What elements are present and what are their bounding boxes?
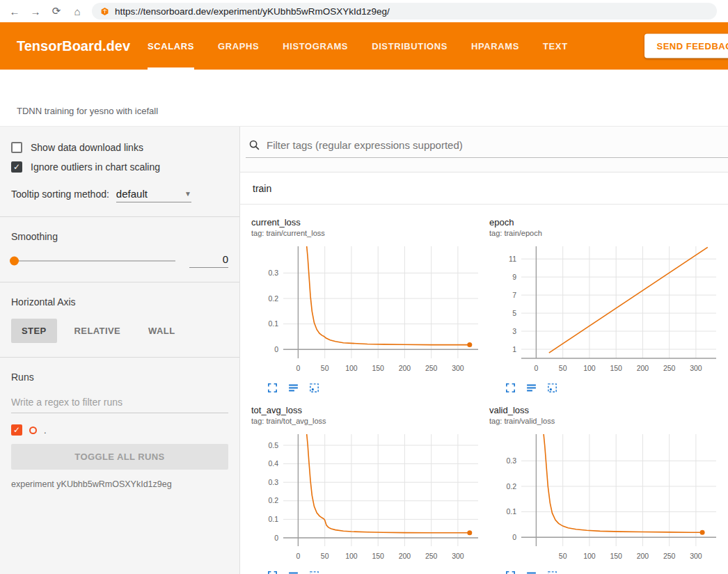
fit-domain-icon[interactable] xyxy=(308,382,320,394)
fit-domain-icon[interactable] xyxy=(546,570,558,574)
wall-axis-button[interactable]: WALL xyxy=(138,319,185,343)
svg-text:0: 0 xyxy=(296,364,300,372)
app-header: TensorBoard.dev SCALARSGRAPHSHISTOGRAMSD… xyxy=(0,22,728,70)
toggle-all-runs-button[interactable]: TOGGLE ALL RUNS xyxy=(11,444,228,470)
svg-text:0.1: 0.1 xyxy=(268,515,278,523)
section-label: train xyxy=(253,183,271,194)
svg-text:50: 50 xyxy=(321,364,329,372)
svg-text:250: 250 xyxy=(663,552,676,560)
svg-text:150: 150 xyxy=(372,364,384,372)
runs-filter-input[interactable] xyxy=(11,394,228,413)
app-brand: TensorBoard.dev xyxy=(17,38,141,54)
data-table-icon[interactable] xyxy=(525,570,537,574)
tooltip-sorting-value: default xyxy=(116,188,148,200)
tab-hparams[interactable]: HPARAMS xyxy=(471,22,519,70)
tab-scalars[interactable]: SCALARS xyxy=(148,22,194,70)
svg-text:1: 1 xyxy=(512,345,516,353)
expand-chart-icon[interactable] xyxy=(267,570,278,574)
expand-chart-icon[interactable] xyxy=(505,570,516,574)
train-section-header[interactable]: train xyxy=(240,173,728,205)
chart-title: tot_avg_loss xyxy=(251,405,489,415)
svg-text:100: 100 xyxy=(583,364,596,372)
chart-toolbar xyxy=(489,570,727,574)
run-checkbox-checked-icon[interactable]: ✓ xyxy=(11,424,22,436)
checkbox-label: Show data download links xyxy=(31,142,143,153)
chart-epoch: epochtag: train/epoch1357911050100150200… xyxy=(489,217,727,394)
chart-title: epoch xyxy=(489,217,727,228)
experiment-title-bar: TDNN training for yesno with icefall xyxy=(0,70,728,127)
svg-text:150: 150 xyxy=(610,552,622,560)
svg-text:3: 3 xyxy=(512,327,516,335)
svg-text:50: 50 xyxy=(321,552,329,560)
tooltip-sorting-dropdown[interactable]: default ▼ xyxy=(116,188,191,202)
svg-text:0.2: 0.2 xyxy=(506,482,516,491)
svg-text:0: 0 xyxy=(274,345,278,353)
expand-chart-icon[interactable] xyxy=(505,382,516,394)
tab-graphs[interactable]: GRAPHS xyxy=(218,22,259,70)
url-text: https://tensorboard.dev/experiment/yKUbh… xyxy=(115,6,390,17)
line-chart[interactable]: 1357911050100150200250300 xyxy=(489,243,722,376)
relative-axis-button[interactable]: RELATIVE xyxy=(64,319,132,343)
svg-text:0.3: 0.3 xyxy=(268,478,278,486)
nav-tabs: SCALARSGRAPHSHISTOGRAMSDISTRIBUTIONSHPAR… xyxy=(148,22,568,70)
line-chart[interactable]: 00.10.20.30.40.5050100150200250300 xyxy=(251,431,484,564)
smoothing-slider[interactable] xyxy=(11,260,175,262)
chart-current_loss: current_losstag: train/current_loss00.10… xyxy=(251,217,489,394)
data-table-icon[interactable] xyxy=(525,382,537,394)
line-chart[interactable]: 00.10.20.350100150200250300 xyxy=(489,431,722,564)
smoothing-label: Smoothing xyxy=(11,231,228,242)
svg-text:0.2: 0.2 xyxy=(268,294,278,303)
svg-text:200: 200 xyxy=(399,364,411,372)
data-table-icon[interactable] xyxy=(287,570,299,574)
svg-text:100: 100 xyxy=(583,552,596,560)
step-axis-button[interactable]: STEP xyxy=(11,319,57,343)
svg-text:0.4: 0.4 xyxy=(268,459,278,468)
svg-text:0: 0 xyxy=(296,552,300,560)
filter-tags-input[interactable] xyxy=(267,139,725,151)
svg-text:0: 0 xyxy=(534,364,538,372)
back-icon[interactable]: ← xyxy=(8,6,21,17)
chart-tot_avg_loss: tot_avg_losstag: train/tot_avg_loss00.10… xyxy=(251,405,489,574)
svg-text:5: 5 xyxy=(512,309,516,317)
show-download-links-checkbox[interactable]: Show data download links xyxy=(11,142,228,153)
tab-text[interactable]: TEXT xyxy=(543,22,568,70)
svg-text:0.1: 0.1 xyxy=(506,507,516,516)
slider-thumb[interactable] xyxy=(10,256,19,265)
experiment-id-note: experiment yKUbhb5wRmOSXYkId1z9eg xyxy=(11,479,228,489)
smoothing-value[interactable]: 0 xyxy=(189,253,228,268)
expand-chart-icon[interactable] xyxy=(267,382,278,394)
svg-text:300: 300 xyxy=(452,364,464,372)
tab-histograms[interactable]: HISTOGRAMS xyxy=(283,22,348,70)
svg-text:250: 250 xyxy=(425,364,438,372)
settings-sidebar: Show data download links ✓ Ignore outlie… xyxy=(0,127,240,574)
svg-text:0: 0 xyxy=(274,534,278,542)
browser-chrome: ← → ⟳ ⌂ https://tensorboard.dev/experime… xyxy=(0,0,728,22)
address-bar[interactable]: https://tensorboard.dev/experiment/yKUbh… xyxy=(92,3,717,19)
line-chart[interactable]: 00.10.20.3050100150200250300 xyxy=(251,243,484,376)
chart-tag: tag: train/tot_avg_loss xyxy=(251,417,489,425)
checkbox-label: Ignore outliers in chart scaling xyxy=(31,161,160,173)
svg-text:0.2: 0.2 xyxy=(268,496,278,504)
fit-domain-icon[interactable] xyxy=(546,382,558,394)
fit-domain-icon[interactable] xyxy=(308,570,320,574)
svg-text:0.3: 0.3 xyxy=(268,269,278,277)
reload-icon[interactable]: ⟳ xyxy=(50,5,63,17)
search-icon xyxy=(248,139,260,151)
chart-toolbar xyxy=(489,382,727,394)
tab-distributions[interactable]: DISTRIBUTIONS xyxy=(372,22,448,70)
train-section-card: train current_losstag: train/current_los… xyxy=(240,172,728,574)
ignore-outliers-checkbox[interactable]: ✓ Ignore outliers in chart scaling xyxy=(11,161,228,173)
tooltip-sorting-label: Tooltip sorting method: xyxy=(11,189,109,200)
forward-icon[interactable]: → xyxy=(29,6,42,17)
send-feedback-button[interactable]: SEND FEEDBACK xyxy=(644,34,728,58)
svg-text:200: 200 xyxy=(399,552,411,560)
home-icon[interactable]: ⌂ xyxy=(71,6,84,17)
svg-text:0.1: 0.1 xyxy=(268,319,278,328)
data-table-icon[interactable] xyxy=(287,382,299,394)
svg-text:200: 200 xyxy=(637,364,649,372)
charts-grid: current_losstag: train/current_loss00.10… xyxy=(240,205,728,574)
chart-toolbar xyxy=(251,570,489,574)
chart-title: valid_loss xyxy=(489,405,727,415)
checkbox-unchecked-icon xyxy=(11,142,22,153)
run-row[interactable]: ✓ . xyxy=(11,424,228,436)
